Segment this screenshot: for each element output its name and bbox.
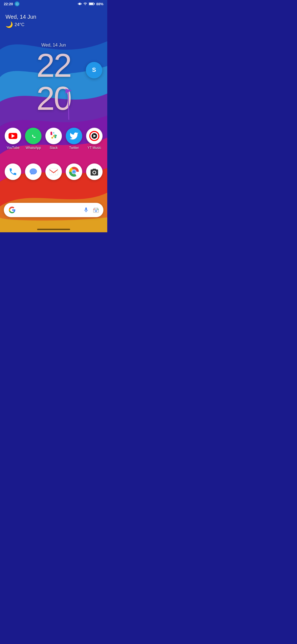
- app-row-1: YouTube WhatsApp: [0, 128, 107, 150]
- mic-icon[interactable]: [83, 207, 89, 213]
- shazam-icon: S: [89, 65, 99, 75]
- whatsapp-icon[interactable]: [25, 128, 42, 144]
- weather-widget[interactable]: Wed, 14 Jun 🌙 24°C: [6, 14, 36, 28]
- slack-icon[interactable]: [45, 128, 62, 144]
- app-item-messages[interactable]: [24, 163, 43, 180]
- google-logo: [8, 206, 16, 214]
- lens-icon[interactable]: [93, 207, 99, 213]
- twitter-label: Twitter: [69, 146, 79, 150]
- ytmusic-label: YT Music: [87, 146, 101, 150]
- clock-widget: Wed, 14 Jun 22 20: [0, 43, 107, 115]
- home-indicator: [37, 229, 70, 230]
- app-item-twitter[interactable]: Twitter: [64, 128, 84, 150]
- app-item-phone[interactable]: [3, 163, 23, 180]
- wifi-icon: [83, 2, 87, 6]
- app-row-2: [0, 163, 107, 180]
- weather-date: Wed, 14 Jun: [6, 14, 36, 20]
- status-left: 22:20: [4, 1, 20, 6]
- status-right: 88%: [78, 2, 103, 6]
- youtube-icon[interactable]: [5, 128, 21, 144]
- youtube-label: YouTube: [6, 146, 19, 150]
- twitter-icon[interactable]: [66, 128, 82, 144]
- svg-rect-2: [94, 3, 95, 4]
- google-search-bar[interactable]: [4, 203, 103, 217]
- gmail-app-icon[interactable]: [45, 163, 62, 180]
- svg-rect-3: [89, 3, 93, 5]
- ytmusic-icon[interactable]: [86, 128, 103, 144]
- svg-text:S: S: [92, 66, 96, 73]
- camera-app-icon[interactable]: [86, 163, 103, 180]
- slack-label: Slack: [50, 146, 57, 150]
- svg-point-21: [93, 171, 95, 174]
- app-item-camera[interactable]: [85, 163, 104, 180]
- weather-temp: 🌙 24°C: [6, 21, 36, 28]
- app-item-ytmusic[interactable]: YT Music: [85, 128, 104, 150]
- app-item-gmail[interactable]: [44, 163, 63, 180]
- chrome-app-icon[interactable]: [66, 163, 82, 180]
- svg-point-20: [73, 171, 75, 173]
- app-item-chrome[interactable]: [64, 163, 84, 180]
- search-right-icons: [83, 207, 99, 213]
- app-item-slack[interactable]: Slack: [44, 128, 63, 150]
- shazam-status-icon: [15, 1, 20, 6]
- vibrate-icon: [78, 2, 82, 6]
- battery-icon: [89, 2, 95, 6]
- app-item-whatsapp[interactable]: WhatsApp: [24, 128, 43, 150]
- shazam-button[interactable]: S: [86, 62, 102, 78]
- status-bar: 22:20 88%: [0, 0, 107, 8]
- battery-percent: 88%: [96, 2, 103, 6]
- svg-point-14: [30, 169, 37, 174]
- clock-hours: 22: [36, 49, 71, 82]
- whatsapp-label: WhatsApp: [26, 146, 41, 150]
- svg-point-23: [95, 210, 97, 212]
- time-display: 22:20: [4, 2, 13, 6]
- app-item-youtube[interactable]: YouTube: [3, 128, 23, 150]
- phone-app-icon[interactable]: [5, 163, 21, 180]
- messages-app-icon[interactable]: [25, 163, 42, 180]
